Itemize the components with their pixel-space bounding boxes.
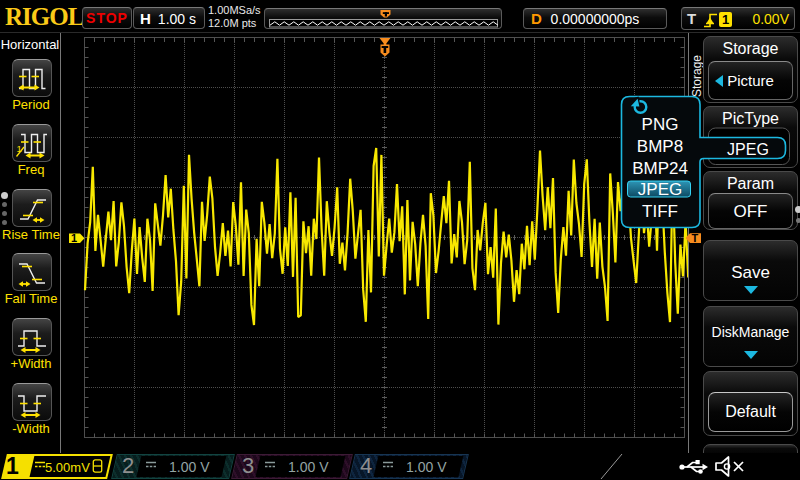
svg-text:T: T: [691, 232, 698, 244]
svg-text:PNG: PNG: [642, 115, 679, 134]
svg-text:JPEG: JPEG: [638, 180, 682, 199]
svg-text:BMP8: BMP8: [637, 137, 683, 156]
svg-text:BMP24: BMP24: [632, 159, 688, 178]
svg-text:JPEG: JPEG: [727, 141, 769, 158]
svg-text:TIFF: TIFF: [642, 202, 678, 221]
